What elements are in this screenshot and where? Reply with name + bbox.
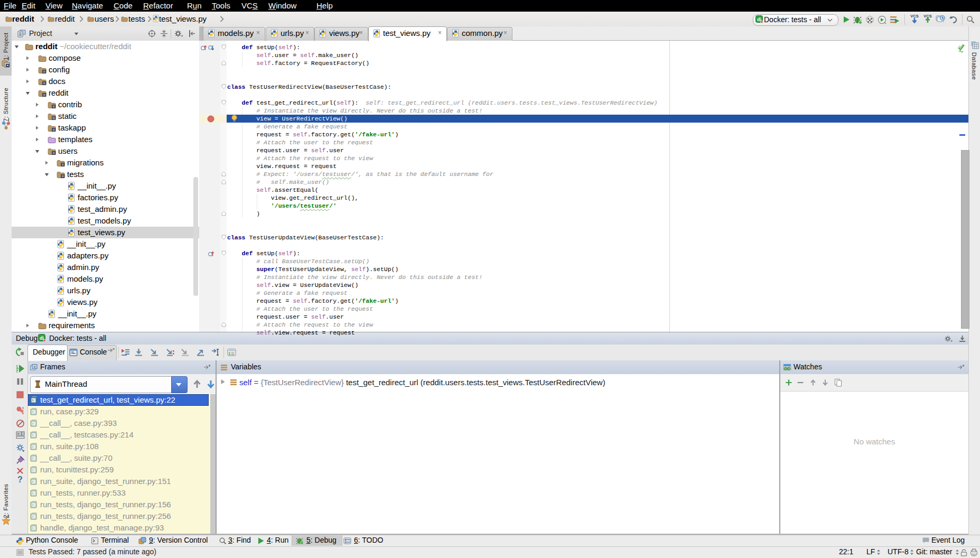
svg-text:VCS: VCS — [910, 14, 918, 18]
svg-text:s: s — [34, 365, 35, 368]
